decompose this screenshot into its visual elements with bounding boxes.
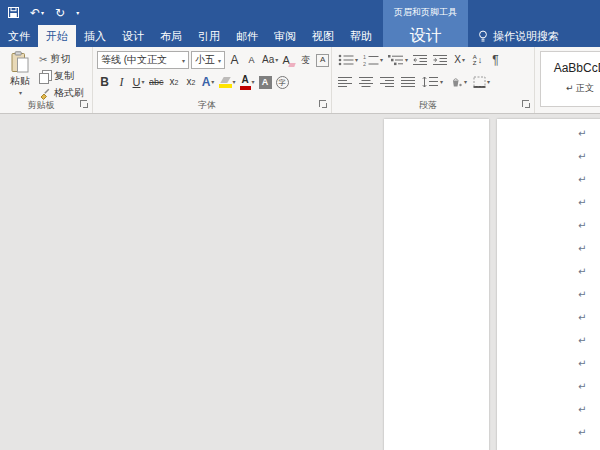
tab-file[interactable]: 文件 bbox=[0, 25, 38, 47]
bullets-icon bbox=[338, 54, 354, 66]
phonetic-guide-button[interactable]: 变 bbox=[298, 51, 313, 69]
numbering-icon: 12 bbox=[363, 54, 379, 66]
tab-review[interactable]: 审阅 bbox=[266, 25, 304, 47]
repeat-button[interactable]: ↻ bbox=[55, 7, 65, 19]
tab-header-footer-design[interactable]: 设计 bbox=[383, 25, 468, 47]
underline-button[interactable]: U ▾ bbox=[131, 73, 146, 91]
tab-insert[interactable]: 插入 bbox=[76, 25, 114, 47]
font-name-select[interactable]: 等线 (中文正文 ▾ bbox=[97, 51, 189, 69]
character-border-button[interactable]: A bbox=[315, 51, 330, 69]
enclose-characters-button[interactable]: 字 bbox=[275, 73, 290, 91]
font-row-1: 等线 (中文正文 ▾ 小五 ▾ A A Aa ▾ A 变 bbox=[97, 51, 330, 69]
superscript-button[interactable]: x2 bbox=[184, 73, 199, 91]
shading-button[interactable]: ▾ bbox=[448, 73, 468, 91]
cut-button[interactable]: ✂ 剪切 bbox=[39, 52, 84, 66]
qat-customize-button[interactable]: ▾ bbox=[76, 10, 79, 16]
tab-mailings[interactable]: 邮件 bbox=[228, 25, 266, 47]
scissors-icon: ✂ bbox=[39, 54, 47, 65]
subscript-button[interactable]: x2 bbox=[167, 73, 182, 91]
paragraph-dialog-launcher[interactable] bbox=[522, 100, 531, 109]
clipboard-dialog-launcher[interactable] bbox=[80, 100, 89, 109]
subscript-small: 2 bbox=[175, 79, 179, 86]
paragraph-marks: ↵↵↵↵↵↵↵↵↵↵↵↵↵↵↵ bbox=[578, 122, 586, 450]
grow-font-button[interactable]: A bbox=[227, 51, 242, 69]
paragraph-mark: ↵ bbox=[578, 352, 586, 375]
chevron-down-icon: ▾ bbox=[233, 79, 236, 85]
character-shading-button[interactable]: A bbox=[258, 73, 273, 91]
multilevel-list-button[interactable]: ▾ bbox=[387, 51, 409, 69]
chevron-down-icon: ▾ bbox=[218, 57, 221, 64]
paragraph-mark: ↵ bbox=[578, 306, 586, 329]
paragraph-group-label: 段落 bbox=[332, 99, 524, 112]
strikethrough-button[interactable]: abc bbox=[148, 73, 165, 91]
multilevel-list-icon bbox=[388, 54, 404, 66]
format-painter-button[interactable]: 格式刷 bbox=[39, 86, 84, 100]
font-color-button[interactable]: A ▾ bbox=[239, 73, 256, 91]
line-spacing-button[interactable]: ▾ bbox=[421, 73, 444, 91]
text-effects-button[interactable]: A ▾ bbox=[201, 73, 216, 91]
align-center-button[interactable] bbox=[358, 73, 375, 91]
chevron-down-icon: ▾ bbox=[380, 57, 383, 63]
chevron-down-icon: ▾ bbox=[182, 57, 185, 64]
borders-button[interactable]: ▾ bbox=[472, 73, 491, 91]
clipboard-group-label: 剪贴板 bbox=[0, 99, 82, 112]
tab-references[interactable]: 引用 bbox=[190, 25, 228, 47]
chevron-down-icon: ▾ bbox=[19, 89, 22, 96]
decrease-indent-icon bbox=[413, 54, 428, 66]
paragraph-row-2: ▾ ▾ ▾ bbox=[337, 73, 491, 91]
phonetic-guide-icon: 变 bbox=[301, 56, 310, 65]
title-bar: 页眉和页脚工具 ↶ ▾ ↻ ▾ 文件 开始 插入 bbox=[0, 0, 600, 47]
repeat-icon: ↻ bbox=[55, 7, 65, 19]
font-dialog-launcher[interactable] bbox=[319, 100, 328, 109]
document-canvas: ↵↵↵↵↵↵↵↵↵↵↵↵↵↵↵ bbox=[0, 114, 600, 450]
character-border-icon: A bbox=[316, 54, 329, 67]
italic-button[interactable]: I bbox=[114, 73, 129, 91]
contextual-tab-group-title: 页眉和页脚工具 bbox=[383, 0, 468, 25]
tab-home[interactable]: 开始 bbox=[38, 25, 76, 47]
increase-indent-button[interactable] bbox=[432, 51, 449, 69]
tell-me-label: 操作说明搜索 bbox=[493, 29, 559, 44]
paragraph-mark: ↵ bbox=[578, 329, 586, 352]
tab-layout[interactable]: 布局 bbox=[152, 25, 190, 47]
page-2[interactable]: ↵↵↵↵↵↵↵↵↵↵↵↵↵↵↵ bbox=[497, 119, 600, 450]
bold-button[interactable]: B bbox=[97, 73, 112, 91]
font-color-icon: A bbox=[240, 75, 251, 90]
justify-button[interactable] bbox=[400, 73, 417, 91]
tab-help[interactable]: 帮助 bbox=[342, 25, 380, 47]
font-size-select[interactable]: 小五 ▾ bbox=[191, 51, 225, 69]
copy-button[interactable]: 复制 bbox=[39, 69, 84, 83]
chevron-down-icon: ▾ bbox=[211, 79, 214, 85]
paragraph-group: ▾ 12 ▾ ▾ bbox=[332, 47, 535, 113]
increase-indent-icon bbox=[433, 54, 448, 66]
bullets-button[interactable]: ▾ bbox=[337, 51, 359, 69]
cut-label: 剪切 bbox=[50, 52, 70, 66]
copy-icon bbox=[39, 70, 51, 82]
tab-view[interactable]: 视图 bbox=[304, 25, 342, 47]
svg-text:2: 2 bbox=[363, 61, 366, 66]
tab-design[interactable]: 设计 bbox=[114, 25, 152, 47]
style-name: ↵ 正文 bbox=[541, 82, 600, 95]
align-left-icon bbox=[338, 76, 353, 88]
shrink-font-button[interactable]: A bbox=[244, 51, 259, 69]
paragraph-mark: ↵ bbox=[578, 145, 586, 168]
align-right-button[interactable] bbox=[379, 73, 396, 91]
text-highlight-button[interactable]: ▾ bbox=[218, 73, 237, 91]
style-normal-chip[interactable]: AaBbCcD ↵ 正文 bbox=[540, 51, 600, 107]
undo-button[interactable]: ↶ ▾ bbox=[30, 7, 44, 19]
asian-layout-button[interactable]: X ▾ bbox=[452, 51, 467, 69]
sort-button[interactable]: AZ ↓ bbox=[470, 51, 485, 69]
clear-formatting-button[interactable]: A bbox=[281, 51, 296, 69]
align-left-button[interactable] bbox=[337, 73, 354, 91]
change-case-button[interactable]: Aa ▾ bbox=[261, 51, 279, 69]
save-button[interactable] bbox=[8, 7, 19, 18]
show-hide-marks-button[interactable]: ¶ bbox=[488, 51, 503, 69]
align-right-icon bbox=[380, 76, 395, 88]
page-1[interactable] bbox=[384, 119, 489, 450]
enclose-characters-icon: 字 bbox=[276, 76, 289, 89]
align-center-icon bbox=[359, 76, 374, 88]
tell-me-search[interactable]: 操作说明搜索 bbox=[478, 25, 559, 47]
numbering-button[interactable]: 12 ▾ bbox=[362, 51, 384, 69]
decrease-indent-button[interactable] bbox=[412, 51, 429, 69]
undo-icon: ↶ bbox=[30, 7, 40, 19]
clipboard-group: 粘贴 ▾ ✂ 剪切 复制 格式刷 bbox=[0, 47, 93, 113]
